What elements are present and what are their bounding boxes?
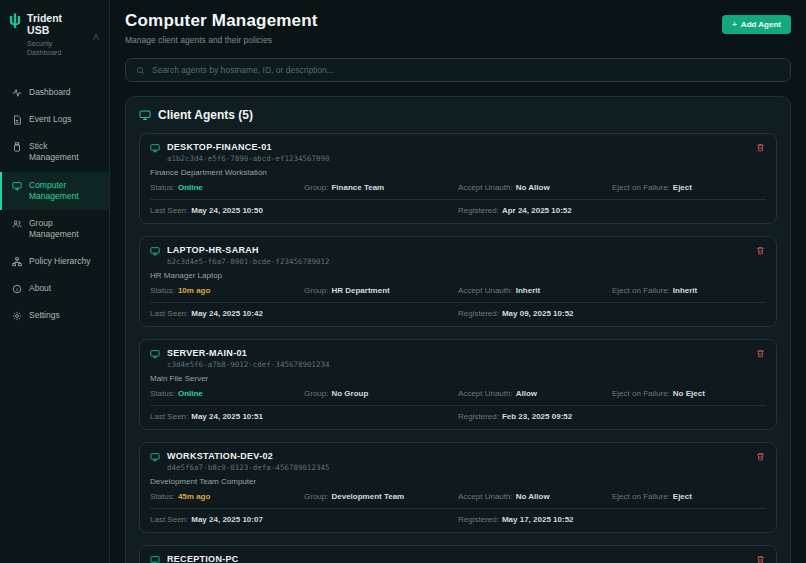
- agent-accept-unauth-value: Inherit: [516, 286, 540, 295]
- sidebar-item-group-management[interactable]: Group Management: [0, 210, 109, 248]
- users-icon: [12, 219, 22, 229]
- agents-panel-header: Client Agents (5): [139, 108, 777, 122]
- agent-last-seen: Last Seen:May 24, 2025 10:51: [150, 412, 458, 421]
- agent-last-seen: Last Seen:May 24, 2025 10:07: [150, 515, 458, 524]
- agent-status-value: Online: [178, 389, 203, 398]
- agent-eject-value: Eject: [673, 183, 692, 192]
- agent-card: SERVER-MAIN-01 c3d4e5f6-a7b8-9012-cdef-3…: [139, 339, 777, 430]
- registered-label: Registered:: [458, 515, 499, 524]
- sidebar-item-about[interactable]: About: [0, 275, 109, 302]
- agent-status-value: 10m ago: [178, 286, 210, 295]
- search-input[interactable]: [152, 65, 780, 75]
- sidebar-item-settings[interactable]: Settings: [0, 302, 109, 329]
- app-window: ψ Trident USB Security Dashboard Dashboa…: [0, 0, 806, 563]
- agent-card-header: RECEPTION-PC e5f6a7b8-c9d0-1234-efab-567…: [150, 554, 766, 563]
- status-label: Status:: [150, 183, 175, 192]
- sidebar-item-policy-hierarchy[interactable]: Policy Hierarchy: [0, 248, 109, 275]
- agent-last-seen-value: May 24, 2025 10:50: [191, 206, 263, 215]
- agent-card: WORKSTATION-DEV-02 d4e5f6a7-b8c9-0123-de…: [139, 442, 777, 533]
- group-label: Group:: [304, 389, 328, 398]
- accept-unauth-label: Accept Unauth:: [458, 389, 513, 398]
- agent-description: Development Team Computer: [150, 477, 766, 486]
- search-icon: [136, 66, 145, 75]
- agent-description: HR Manager Laptop: [150, 271, 766, 280]
- sidebar-item-event-logs[interactable]: Event Logs: [0, 106, 109, 133]
- eject-on-failure-label: Eject on Failure:: [612, 492, 670, 501]
- agent-status: Status:10m ago: [150, 286, 304, 295]
- group-label: Group:: [304, 286, 328, 295]
- agent-registered-value: Apr 24, 2025 10:52: [502, 206, 572, 215]
- agent-last-seen: Last Seen:May 24, 2025 10:50: [150, 206, 458, 215]
- accept-unauth-label: Accept Unauth:: [458, 286, 513, 295]
- sidebar-item-label: Event Logs: [29, 114, 72, 125]
- app-subtitle: Security Dashboard: [27, 39, 67, 57]
- registered-label: Registered:: [458, 412, 499, 421]
- agent-last-seen: Last Seen:May 24, 2025 10:42: [150, 309, 458, 318]
- sidebar-item-dashboard[interactable]: Dashboard: [0, 79, 109, 106]
- eject-on-failure-label: Eject on Failure:: [612, 286, 670, 295]
- agent-registered-value: Feb 23, 2025 09:52: [502, 412, 572, 421]
- sidebar-nav: Dashboard Event Logs Stick Management Co…: [0, 79, 109, 329]
- hierarchy-icon: [12, 257, 22, 267]
- trash-icon: [756, 246, 765, 255]
- add-agent-label: Add Agent: [741, 20, 781, 29]
- plus-icon: +: [732, 20, 737, 29]
- agent-group: Group:Finance Team: [304, 183, 458, 192]
- delete-agent-button[interactable]: [755, 142, 766, 153]
- agent-registered: Registered:May 09, 2025 10:52: [458, 309, 766, 318]
- agent-properties: Status:Online Group:Finance Team Accept …: [150, 183, 766, 192]
- agent-group-value: HR Department: [331, 286, 389, 295]
- agent-eject-value: Eject: [673, 492, 692, 501]
- delete-agent-button[interactable]: [755, 245, 766, 256]
- agent-group-value: Finance Team: [331, 183, 384, 192]
- registered-label: Registered:: [458, 206, 499, 215]
- agent-footer: Last Seen:May 24, 2025 10:50 Registered:…: [150, 206, 766, 215]
- agent-registered-value: May 09, 2025 10:52: [502, 309, 574, 318]
- agent-description: Main File Server: [150, 374, 766, 383]
- delete-agent-button[interactable]: [755, 348, 766, 359]
- agent-card-header: DESKTOP-FINANCE-01 a1b2c3d4-e5f6-7890-ab…: [150, 142, 766, 163]
- monitor-icon: [12, 181, 22, 191]
- agent-accept-unauth: Accept Unauth:No Allow: [458, 183, 612, 192]
- delete-agent-button[interactable]: [755, 554, 766, 563]
- agent-hostname: DESKTOP-FINANCE-01: [167, 142, 748, 152]
- computer-icon: [150, 452, 160, 462]
- agent-footer: Last Seen:May 24, 2025 10:42 Registered:…: [150, 309, 766, 318]
- status-label: Status:: [150, 492, 175, 501]
- divider: [150, 405, 766, 406]
- trident-icon: ψ: [9, 12, 21, 57]
- agent-status: Status:45m ago: [150, 492, 304, 501]
- status-label: Status:: [150, 286, 175, 295]
- computer-icon: [150, 246, 160, 256]
- app-title: Trident USB: [27, 12, 71, 36]
- last-seen-label: Last Seen:: [150, 206, 188, 215]
- agent-card: LAPTOP-HR-SARAH b2c3d4e5-f6a7-8901-bcde-…: [139, 236, 777, 327]
- computer-icon: [150, 555, 160, 563]
- agent-properties: Status:45m ago Group:Development Team Ac…: [150, 492, 766, 501]
- accept-unauth-label: Accept Unauth:: [458, 492, 513, 501]
- agent-properties: Status:10m ago Group:HR Department Accep…: [150, 286, 766, 295]
- agent-hostname: RECEPTION-PC: [167, 554, 748, 563]
- delete-agent-button[interactable]: [755, 451, 766, 462]
- add-agent-button[interactable]: + Add Agent: [722, 15, 791, 34]
- sidebar-item-label: About: [29, 283, 51, 294]
- eject-on-failure-label: Eject on Failure:: [612, 183, 670, 192]
- agent-group: Group:No Group: [304, 389, 458, 398]
- group-label: Group:: [304, 492, 328, 501]
- page-header: Computer Management Manage client agents…: [125, 11, 791, 45]
- page-title: Computer Management: [125, 11, 318, 31]
- agent-description: Finance Department Workstation: [150, 168, 766, 177]
- agent-accept-unauth: Accept Unauth:No Allow: [458, 492, 612, 501]
- status-label: Status:: [150, 389, 175, 398]
- app-logo: ψ Trident USB Security Dashboard: [0, 12, 109, 57]
- sidebar-item-computer-management[interactable]: Computer Management: [0, 172, 109, 210]
- agent-group: Group:Development Team: [304, 492, 458, 501]
- accept-unauth-label: Accept Unauth:: [458, 183, 513, 192]
- user-icon: [92, 27, 100, 45]
- agents-panel: Client Agents (5) DESKTOP-FINANCE-01 a1b…: [125, 96, 791, 563]
- agent-last-seen-value: May 24, 2025 10:51: [191, 412, 263, 421]
- sidebar-item-label: Stick Management: [29, 141, 99, 163]
- agent-group: Group:HR Department: [304, 286, 458, 295]
- sidebar-item-stick-management[interactable]: Stick Management: [0, 133, 109, 171]
- agent-status: Status:Online: [150, 389, 304, 398]
